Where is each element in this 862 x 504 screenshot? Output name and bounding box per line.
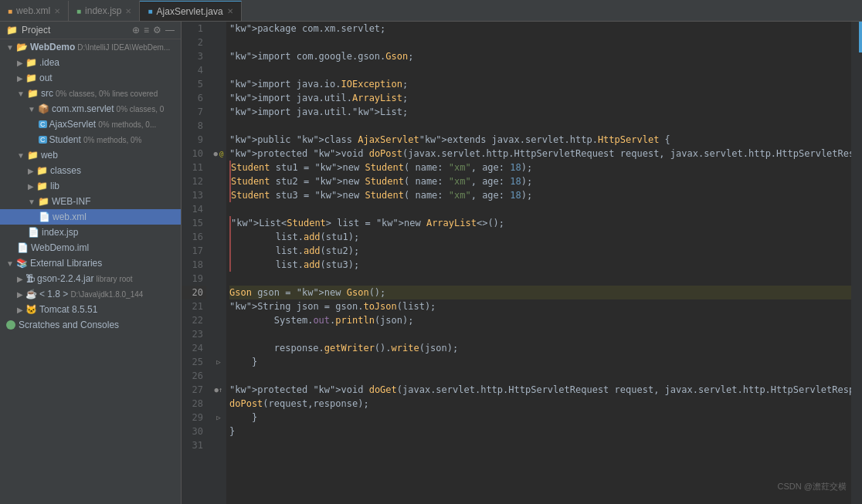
- code-line: }: [229, 425, 851, 438]
- jar-icon: 🗜: [25, 273, 35, 284]
- line-number: 18: [182, 258, 206, 272]
- tree-item-webinf[interactable]: ▼ 📁 WEB-INF: [0, 194, 181, 209]
- gutter-mark: [211, 341, 226, 355]
- line-number: 4: [182, 63, 206, 77]
- code-line: "kw">protected "kw">void doPost(javax.se…: [229, 147, 851, 161]
- line-number: 3: [182, 49, 206, 63]
- gutter-mark: [211, 244, 226, 258]
- settings-icon[interactable]: ⚙: [153, 25, 161, 36]
- gutter-mark: [211, 105, 226, 119]
- right-gutter: [851, 22, 862, 504]
- tree-item-ext-libs[interactable]: ▼ 📚 External Libraries: [0, 255, 181, 271]
- gutter-mark: [211, 119, 226, 133]
- tab-web-xml[interactable]: ■ web.xml ✕: [0, 1, 69, 21]
- tomcat-icon: 🐱: [25, 304, 37, 315]
- package-icon: 📦: [38, 103, 49, 114]
- tree-item-ajaxservlet[interactable]: C AjaxServlet 0% methods, 0...: [0, 117, 181, 132]
- tree-item-web[interactable]: ▼ 📁 web: [0, 147, 181, 163]
- expand-arrow: ▶: [17, 275, 23, 283]
- tree-item-webdemo[interactable]: ▼ 📂 WebDemo D:\IntelliJ IDEA\WebDem...: [0, 39, 181, 55]
- line-number: 22: [182, 313, 206, 327]
- gutter-mark: [211, 216, 226, 230]
- gutter-mark: [211, 202, 226, 216]
- line-number: 28: [182, 397, 206, 411]
- close-icon[interactable]: ✕: [54, 7, 60, 15]
- tree-item-idea[interactable]: ▶ 📁 .idea: [0, 55, 181, 70]
- gutter-mark: ▷: [211, 411, 226, 425]
- close-icon[interactable]: ✕: [125, 7, 131, 15]
- tree-item-webxml[interactable]: 📄 web.xml: [0, 209, 181, 225]
- line-number: 5: [182, 77, 206, 91]
- expand-arrow: ▶: [17, 306, 23, 314]
- expand-arrow: ▼: [28, 105, 36, 113]
- tree-item-student[interactable]: C Student 0% methods, 0%: [0, 132, 181, 147]
- expand-arrow: ▶: [17, 74, 23, 83]
- close-icon[interactable]: ✕: [227, 7, 233, 15]
- tab-label: AjaxServlet.java: [157, 6, 223, 17]
- sidebar-header: 📁 Project ⊕ ≡ ⚙ —: [0, 22, 181, 39]
- line-number: 21: [182, 299, 206, 313]
- tree-item-out[interactable]: ▶ 📁 out: [0, 70, 181, 86]
- line-number: 14: [182, 202, 206, 216]
- fold-icon[interactable]: ▷: [216, 358, 220, 366]
- gutter-mark: [211, 425, 226, 438]
- line-number: 11: [182, 161, 206, 174]
- item-sublabel: library root: [96, 275, 132, 283]
- tree-item-jdk[interactable]: ▶ ☕ < 1.8 > D:\Java\jdk1.8.0_144: [0, 286, 181, 302]
- tree-item-tomcat[interactable]: ▶ 🐱 Tomcat 8.5.51: [0, 302, 181, 317]
- item-sublabel: D:\Java\jdk1.8.0_144: [70, 290, 143, 299]
- folder-icon: 📁: [25, 73, 37, 83]
- code-line: list.add(stu1);: [229, 230, 851, 244]
- tree-item-scratches[interactable]: Scratches and Consoles: [0, 317, 181, 333]
- add-icon[interactable]: ⊕: [132, 25, 140, 36]
- breakpoint-icon: ●: [214, 150, 218, 157]
- gutter-mark: [211, 174, 226, 188]
- class-icon: C: [39, 120, 47, 128]
- jsp-icon: ■: [76, 7, 81, 15]
- line-number: 17: [182, 244, 206, 258]
- tree-item-classes[interactable]: ▶ 📁 classes: [0, 163, 181, 178]
- tree-item-src[interactable]: ▼ 📁 src 0% classes, 0% lines covered: [0, 86, 181, 101]
- gutter-mark: [211, 133, 226, 147]
- gutter-mark: [211, 161, 226, 174]
- item-sublabel: 0% methods, 0%: [83, 136, 142, 144]
- gutter-mark: ●@: [211, 147, 226, 161]
- line-number: 16: [182, 230, 206, 244]
- gutter-mark: [211, 77, 226, 91]
- code-line: "kw">package com.xm.servlet;: [229, 22, 851, 36]
- gutter-mark: [211, 49, 226, 63]
- item-label: index.jsp: [42, 227, 78, 238]
- item-label: External Libraries: [30, 258, 102, 269]
- code-line: doPost(request,response);: [229, 397, 851, 411]
- collapse-icon[interactable]: ≡: [144, 25, 149, 36]
- code-line: [229, 36, 851, 49]
- code-line: [229, 63, 851, 77]
- code-line: list.add(stu3);: [229, 258, 851, 272]
- jsp-file-icon: 📄: [28, 227, 39, 238]
- folder-icon: 📁: [36, 181, 48, 191]
- code-editor: 1234567891011121314151617181920212223242…: [182, 22, 862, 504]
- code-line: Student stu1 = "kw">new Student( name: "…: [229, 161, 851, 174]
- sidebar-title: Project: [22, 25, 50, 36]
- gutter-mark: [211, 327, 226, 341]
- minimize-icon[interactable]: —: [165, 25, 175, 36]
- code-line: "kw">String json = gson.toJson(list);: [229, 299, 851, 313]
- item-label: web: [41, 150, 58, 161]
- scroll-marker: [859, 22, 862, 52]
- tree-item-webdemoiml[interactable]: 📄 WebDemo.iml: [0, 240, 181, 255]
- tab-ajax-servlet[interactable]: ■ AjaxServlet.java ✕: [140, 1, 241, 21]
- gutter-mark: [211, 36, 226, 49]
- iml-file-icon: 📄: [17, 242, 29, 253]
- tree-item-gson[interactable]: ▶ 🗜 gson-2.2.4.jar library root: [0, 271, 181, 286]
- code-area[interactable]: "kw">package com.xm.servlet; "kw">import…: [226, 22, 851, 504]
- gutter-mark: [211, 230, 226, 244]
- tree-item-package[interactable]: ▼ 📦 com.xm.servlet 0% classes, 0: [0, 101, 181, 117]
- code-line: [229, 369, 851, 383]
- code-line: [229, 202, 851, 216]
- tab-index-jsp[interactable]: ■ index.jsp ✕: [69, 1, 140, 21]
- tree-item-lib[interactable]: ▶ 📁 lib: [0, 178, 181, 194]
- code-line: [229, 272, 851, 286]
- fold-icon[interactable]: ▷: [216, 414, 220, 421]
- gutter-mark: ▷: [211, 355, 226, 369]
- tree-item-indexjsp[interactable]: 📄 index.jsp: [0, 225, 181, 240]
